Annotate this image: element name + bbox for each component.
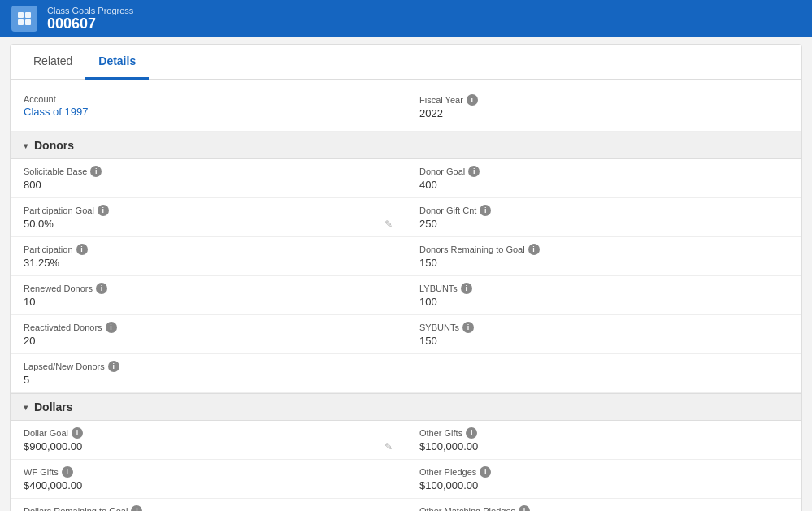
reactivated-donors-field: Reactivated Donors i 20 [11,315,406,353]
lybunts-value: 100 [419,296,788,308]
wf-gifts-info-icon[interactable]: i [62,466,73,478]
content: Account Class of 1997 Fiscal Year i 2022… [11,80,801,511]
participation-value: 31.25% [24,257,393,269]
donors-section-header[interactable]: ▾ Donors [11,132,801,159]
fiscal-year-label: Fiscal Year i [419,94,788,106]
reactivated-donors-info-icon[interactable]: i [106,322,117,333]
app-header-icon [11,6,37,32]
donors-remaining-value: 150 [419,257,788,269]
fiscal-year-info-icon[interactable]: i [467,94,478,106]
other-pledges-value: $100,000.00 [419,479,788,492]
solicitable-base-info-icon[interactable]: i [90,166,102,177]
dollar-goal-field: Dollar Goal i $900,000.00 ✎ [11,421,406,459]
donor-goal-info-icon[interactable]: i [468,166,480,177]
other-matching-pledges-field: Other Matching Pledges i $0.00 [406,499,801,511]
dollar-goal-info-icon[interactable]: i [72,427,83,439]
donor-gift-cnt-field: Donor Gift Cnt i 250 [406,198,801,236]
solicitable-base-field: Solicitable Base i 800 [11,159,406,197]
donors-row-4: Renewed Donors i 10 LYBUNTs i 100 [11,276,801,315]
dollar-goal-label: Dollar Goal i [24,427,393,439]
donors-row-3: Participation i 31.25% Donors Remaining … [11,237,801,276]
donor-gift-cnt-info-icon[interactable]: i [480,205,491,216]
solicitable-base-label: Solicitable Base i [24,166,393,177]
other-pledges-label: Other Pledges i [419,466,788,478]
app-header-subtitle: Class Goals Progress [47,6,133,15]
donors-remaining-info-icon[interactable]: i [528,244,540,255]
renewed-donors-value: 10 [24,296,393,308]
main-container: Related Details Account Class of 1997 Fi… [10,44,802,511]
fiscal-year-value: 2022 [419,107,788,119]
donors-remaining-label: Donors Remaining to Goal i [419,244,788,255]
svg-rect-3 [25,19,31,25]
reactivated-donors-label: Reactivated Donors i [24,322,393,333]
participation-goal-label: Participation Goal i [24,205,393,216]
participation-goal-info-icon[interactable]: i [98,205,109,216]
lapsed-new-donors-field: Lapsed/New Donors i 5 [11,354,406,392]
donors-row-5: Reactivated Donors i 20 SYBUNTs i 150 [11,315,801,354]
top-fields-row: Account Class of 1997 Fiscal Year i 2022 [11,80,801,132]
donors-section-title: Donors [34,139,74,152]
wf-gifts-label: WF Gifts i [24,466,393,478]
wf-gifts-value: $400,000.00 [24,479,393,492]
app-header-text: Class Goals Progress 000607 [47,6,133,32]
app-header: Class Goals Progress 000607 [0,0,812,37]
participation-goal-value: 50.0% [24,218,54,230]
svg-rect-1 [25,12,31,18]
donors-row-6: Lapsed/New Donors i 5 [11,354,801,393]
donor-goal-value: 400 [419,179,788,191]
other-gifts-label: Other Gifts i [419,427,788,439]
participation-info-icon[interactable]: i [76,244,88,255]
participation-goal-field: Participation Goal i 50.0% ✎ [11,198,406,236]
fiscal-year-field: Fiscal Year i 2022 [406,88,801,126]
dollars-chevron-icon: ▾ [24,403,28,412]
tab-related[interactable]: Related [20,45,85,80]
donor-goal-field: Donor Goal i 400 [406,159,801,197]
donors-chevron-icon: ▾ [24,141,28,150]
dollars-row-1: Dollar Goal i $900,000.00 ✎ Other Gifts … [11,421,801,460]
account-field: Account Class of 1997 [11,88,406,126]
tabs: Related Details [11,45,801,80]
donor-gift-cnt-value: 250 [419,218,788,230]
lapsed-new-donors-info-icon[interactable]: i [108,361,119,372]
dollars-remaining-field: Dollars Remaining to Goal i $500,000.00 [11,499,406,511]
dollar-goal-edit-icon[interactable]: ✎ [384,441,393,453]
donors-row-2: Participation Goal i 50.0% ✎ Donor Gift … [11,198,801,237]
dollar-goal-value: $900,000.00 [24,440,82,453]
lybunts-info-icon[interactable]: i [461,283,472,294]
sybunts-value: 150 [419,335,788,347]
lybunts-label: LYBUNTs i [419,283,788,294]
sybunts-info-icon[interactable]: i [462,322,474,333]
app-header-title: 000607 [47,15,133,32]
renewed-donors-field: Renewed Donors i 10 [11,276,406,314]
lapsed-new-donors-label: Lapsed/New Donors i [24,361,393,372]
renewed-donors-label: Renewed Donors i [24,283,393,294]
other-pledges-info-icon[interactable]: i [480,466,491,478]
donor-goal-label: Donor Goal i [419,166,788,177]
other-gifts-info-icon[interactable]: i [466,427,477,439]
other-gifts-value: $100,000.00 [419,440,788,453]
donors-row-1: Solicitable Base i 800 Donor Goal i 400 [11,159,801,198]
lybunts-field: LYBUNTs i 100 [406,276,801,314]
participation-goal-edit-icon[interactable]: ✎ [384,219,393,230]
dollars-row-3: Dollars Remaining to Goal i $500,000.00 … [11,499,801,511]
svg-rect-2 [18,19,24,25]
donors-remaining-field: Donors Remaining to Goal i 150 [406,237,801,275]
other-pledges-field: Other Pledges i $100,000.00 [406,460,801,498]
renewed-donors-info-icon[interactable]: i [96,283,107,294]
lapsed-new-donors-spacer [406,354,801,392]
lapsed-new-donors-value: 5 [24,374,393,386]
dollars-section-header[interactable]: ▾ Dollars [11,393,801,421]
dollars-remaining-info-icon[interactable]: i [131,505,142,511]
account-label: Account [24,94,393,104]
dollars-row-2: WF Gifts i $400,000.00 Other Pledges i $… [11,460,801,499]
tab-details[interactable]: Details [85,45,149,80]
other-matching-pledges-label: Other Matching Pledges i [419,505,788,511]
dollars-remaining-label: Dollars Remaining to Goal i [24,505,393,511]
participation-label: Participation i [24,244,393,255]
sybunts-label: SYBUNTs i [419,322,788,333]
dollars-section-title: Dollars [34,401,72,414]
sybunts-field: SYBUNTs i 150 [406,315,801,353]
account-value[interactable]: Class of 1997 [24,106,393,118]
other-matching-pledges-info-icon[interactable]: i [519,505,530,511]
other-gifts-field: Other Gifts i $100,000.00 [406,421,801,459]
